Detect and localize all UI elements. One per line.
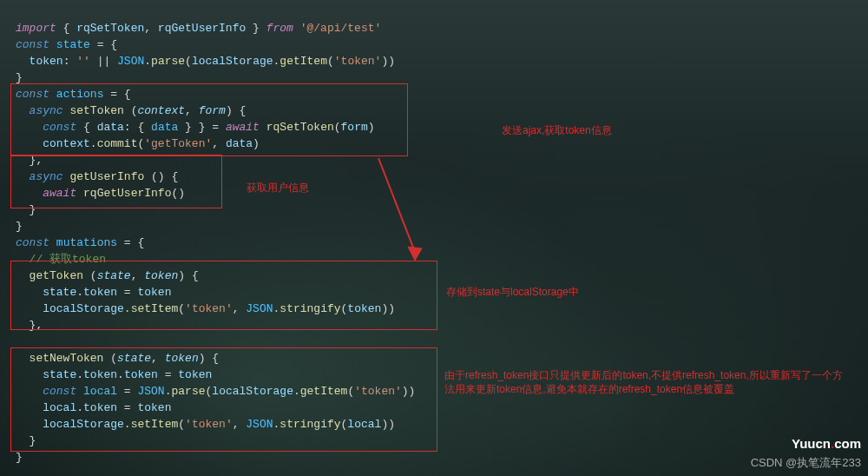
svg-line-0 [378, 158, 415, 252]
annotation-text-storage: 存储到state与localStorage中 [446, 285, 579, 299]
annotation-box-gettoken [10, 261, 437, 330]
annotation-box-settoken [10, 83, 408, 156]
watermark-csdn: CSDN @执笔流年233 [751, 454, 861, 471]
annotation-text-userinfo: 获取用户信息 [247, 181, 309, 195]
watermark-brand: Yuucn.com [792, 435, 861, 452]
annotation-arrow-icon [363, 155, 432, 266]
annotation-box-getuserinfo [10, 155, 222, 208]
svg-marker-1 [408, 247, 422, 261]
annotation-box-setnewtoken [10, 347, 437, 452]
annotation-text-ajax: 发送ajax,获取token信息 [502, 123, 612, 137]
annotation-text-refresh: 由于refresh_token接口只提供更新后的token,不提供refresh… [444, 368, 844, 396]
